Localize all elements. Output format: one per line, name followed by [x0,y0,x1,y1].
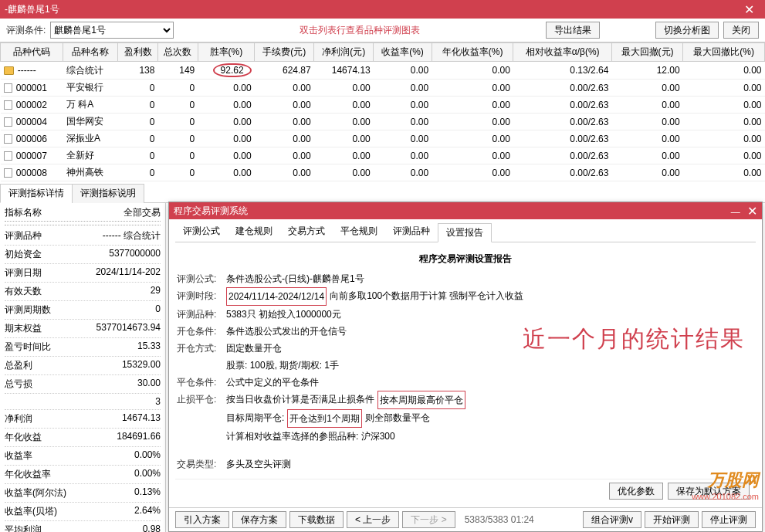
window-title: -麒麟兽尾1号 [5,3,59,16]
import-plan-button[interactable]: 引入方案 [175,511,229,528]
winrate-highlight: 92.62 [213,63,252,77]
results-table: 品种代码品种名称盈利数总次数胜率(%)手续费(元)净利润(元)收益率(%)年化收… [0,42,765,181]
indicator-row: 评测品种------ 综合统计 [5,227,161,246]
indicator-row: 盈亏时间比15.33 [5,338,161,357]
indicator-row: 期末权益5377014673.94 [5,320,161,338]
folder-icon [4,66,14,75]
tab-desc[interactable]: 评测指标说明 [72,184,144,203]
indicator-panel: 指标名称 全部交易 评测品种------ 综合统计初始资金5377000000评… [0,203,166,532]
table-row[interactable]: 000001平安银行000.000.000.000.000.000.00/2.6… [1,80,765,97]
report-window: 程序交易评测系统 — ✕ 评测公式建仓规则交易方式平仓规则评测品种设置报告 程序… [168,202,763,532]
optimize-button[interactable]: 优化参数 [609,483,663,500]
col-header[interactable]: 总次数 [157,43,198,62]
save-default-button[interactable]: 保存为默认方案 [668,483,750,500]
start-eval-button[interactable]: 开始评测 [645,511,699,528]
close-icon[interactable]: ✕ [737,2,760,17]
file-icon [4,168,12,178]
target-period-box: 开仓达到1个周期 [287,409,362,428]
indicator-row: 年化收益184691.66 [5,429,161,447]
indicator-row: 评测周期数0 [5,301,161,320]
file-icon [4,83,12,93]
subwin-title: 程序交易评测系统 [174,205,248,218]
col-header[interactable]: 盈利数 [118,43,158,62]
condition-label: 评测条件: [6,24,46,37]
indicator-row: 收益率(阿尔法)0.13% [5,484,161,503]
stop-eval-button[interactable]: 停止评测 [702,511,756,528]
prev-step-button[interactable]: < 上一步 [347,511,399,528]
col-header[interactable]: 净利润(元) [314,43,374,62]
subwin-bottombar: 引入方案 保存方案 下载数据 < 上一步 下一步 > 5383/5383 01:… [169,507,762,531]
indicator-row: 收益率(贝塔)2.64% [5,503,161,521]
file-icon [4,117,12,127]
export-button[interactable]: 导出结果 [546,22,600,39]
indicator-row: 评测日期2024/11/14-202 [5,264,161,283]
col-header[interactable]: 胜率(%) [198,43,254,62]
main-toolbar: 评测条件: 麒麟兽尾1号 双击列表行查看品种评测图表 导出结果 切换分析图 关闭 [0,19,765,42]
table-row[interactable]: 000004国华网安000.000.000.000.000.000.00/2.6… [1,114,765,130]
col-header[interactable]: 最大回撤比(%) [683,43,765,62]
col-header[interactable]: 品种名称 [63,43,118,62]
report-tab[interactable]: 评测品种 [385,222,438,242]
col-header[interactable]: 年化收益率(%) [432,43,513,62]
report-tabs: 评测公式建仓规则交易方式平仓规则评测品种设置报告 [175,222,756,242]
report-tab[interactable]: 平仓规则 [333,222,385,242]
next-step-button[interactable]: 下一步 > [402,511,455,528]
save-plan-button[interactable]: 保存方案 [232,511,286,528]
tab-detail[interactable]: 评测指标详情 [0,184,73,203]
stoploss-box: 按本周期最高价平仓 [377,391,465,409]
table-row[interactable]: 000008神州高铁000.000.000.000.000.000.00/2.6… [1,164,765,181]
indicator-col1: 指标名称 [5,206,42,219]
table-row[interactable]: 000002万 科A000.000.000.000.000.000.00/2.6… [1,97,765,114]
download-data-button[interactable]: 下载数据 [289,511,344,528]
report-tab[interactable]: 交易方式 [280,222,333,242]
table-row[interactable]: ------综合统计13814992.62624.8714674.130.000… [1,62,765,80]
combo-eval-button[interactable]: 组合评测v [583,511,641,528]
col-header[interactable]: 最大回撤(元) [611,43,682,62]
lower-tabbar: 评测指标详情 评测指标说明 [0,183,765,203]
report-tab[interactable]: 评测公式 [175,222,228,242]
indicator-row: 初始资金5377000000 [5,246,161,264]
annotation-text: 近一个月的统计结果 [523,330,745,347]
report-body: 程序交易评测设置报告 评测公式:条件选股公式-(日线)-麒麟兽尾1号 评测时段:… [175,247,756,479]
col-header[interactable]: 品种代码 [1,43,63,62]
indicator-row: 总亏损30.00 [5,375,161,394]
indicator-row: 收益率0.00% [5,447,161,466]
indicator-row: 平均利润0.98 [5,521,161,532]
date-range-box: 2024/11/14-2024/12/14 [226,287,327,306]
col-header[interactable]: 手续费(元) [255,43,314,62]
toolbar-hint: 双击列表行查看品种评测图表 [178,24,541,37]
report-title: 程序交易评测设置报告 [177,250,754,267]
table-row[interactable]: 000007全新好000.000.000.000.000.000.00/2.63… [1,147,765,164]
col-header[interactable]: 收益率(%) [374,43,432,62]
file-icon [4,151,12,161]
switch-view-button[interactable]: 切换分析图 [655,22,719,39]
indicator-row: 净利润14674.13 [5,410,161,429]
indicator-row: 年化收益率0.00% [5,466,161,484]
progress-status: 5383/5383 01:24 [465,514,534,525]
table-row[interactable]: 000006深振业A000.000.000.000.000.000.00/2.6… [1,130,765,147]
file-icon [4,100,12,110]
col-header[interactable]: 相对收益率α/β(%) [513,43,611,62]
indicator-row: 总盈利15329.00 [5,357,161,375]
report-tab[interactable]: 建仓规则 [228,222,280,242]
report-tab[interactable]: 设置报告 [438,223,492,242]
minimize-icon[interactable]: — [731,207,740,218]
main-titlebar: -麒麟兽尾1号 ✕ [0,0,765,19]
indicator-row: 有效天数29 [5,283,161,301]
subwin-close-icon[interactable]: ✕ [747,205,757,218]
file-icon [4,134,12,144]
close-button[interactable]: 关闭 [723,22,759,39]
indicator-col2: 全部交易 [124,206,161,219]
condition-select[interactable]: 麒麟兽尾1号 [50,22,174,39]
